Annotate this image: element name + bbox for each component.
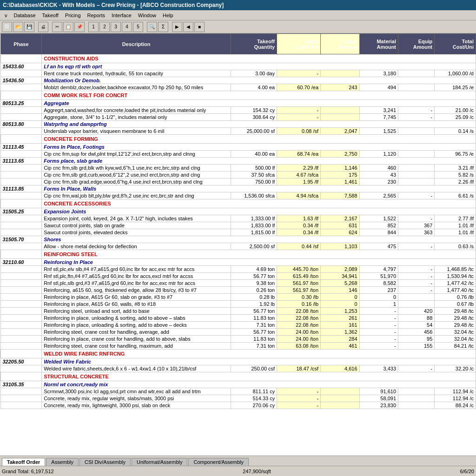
row-qty: 514.33 cy xyxy=(231,395,277,402)
row-qty: 750.00 lf xyxy=(231,178,277,185)
phase-cell xyxy=(0,250,42,259)
table-container[interactable]: Phase Description TakeoffQuantity LaborC… xyxy=(0,33,476,456)
table-row: 31113.85 Forms In Place, Walls xyxy=(0,185,476,192)
menu-pricing[interactable]: Pricing xyxy=(62,12,84,19)
tb-new[interactable]: ⬜ xyxy=(2,22,12,32)
row-description: Reinforcing, a615 60, sog, thickened edg… xyxy=(42,287,231,294)
category-label: Watrprfng and dampprfng xyxy=(42,121,476,128)
row-equip: - xyxy=(398,107,435,114)
col-description: Description xyxy=(42,34,231,54)
tb-a2[interactable]: ◀ xyxy=(183,22,193,32)
phase-cell xyxy=(0,128,42,135)
row-labor-amount: 146 xyxy=(321,287,359,294)
row-description: Concrete, ready mix, regular weight, sla… xyxy=(42,395,231,402)
row-total: 112.94 /c xyxy=(435,388,476,395)
menu-reports[interactable]: Reports xyxy=(85,12,108,19)
row-description: Reinforcing in place, unloading & sortin… xyxy=(42,315,231,322)
phase-cell xyxy=(0,199,42,208)
phase-number: 33105.35 xyxy=(0,381,42,388)
row-material: 7,745 xyxy=(359,114,398,121)
row-total: 0.67 /lb xyxy=(435,301,476,308)
row-labor-amount xyxy=(321,402,359,409)
row-labor-cost: - xyxy=(277,395,321,402)
category-label: Mobilization Or Demob. xyxy=(42,77,476,84)
tb-print[interactable]: 🖨 xyxy=(38,22,48,32)
phase-cell xyxy=(0,135,42,144)
table-row: Aggregate, stone, 3/4" to 1-1/2", includ… xyxy=(0,114,476,121)
row-total: 2.26 /lf xyxy=(435,178,476,185)
tab-takeoff-order[interactable]: Takeoff Order xyxy=(2,458,45,466)
tab-csi-div-assembly[interactable]: CSI Div/Assembly xyxy=(79,458,131,466)
tb-1[interactable]: 1 xyxy=(88,22,99,32)
menu-database[interactable]: Database xyxy=(11,12,39,19)
category-label: Expansion Joints xyxy=(42,208,476,215)
row-description: Rent crane truck mounted, hydraulic, 55 … xyxy=(42,70,231,77)
menu-v[interactable]: v xyxy=(2,12,10,19)
row-qty: 37.50 sfca xyxy=(231,172,277,178)
row-material: 475 xyxy=(359,243,398,250)
row-qty: 56.77 ton xyxy=(231,329,277,336)
row-labor-cost: 18.47 /csf xyxy=(277,365,321,372)
tb-a3[interactable]: ■ xyxy=(194,22,205,32)
table-row: Cip cnc frm,slb grd,curb,wood,6"12",2 us… xyxy=(0,172,476,178)
phase-cell xyxy=(0,70,42,77)
table-row: Reinforcing in place, crane cost for han… xyxy=(0,336,476,343)
row-equip xyxy=(398,172,435,178)
table-row: Aggregrt,sand,washed,for concrete,loaded… xyxy=(0,107,476,114)
row-description: Moblzt demblz,dozer,loader,backhoe excav… xyxy=(42,84,231,91)
phase-cell xyxy=(0,343,42,350)
row-labor-amount xyxy=(321,70,359,77)
tb-3[interactable]: 3 xyxy=(111,22,121,32)
tab-assembly[interactable]: Assembly xyxy=(46,458,79,466)
row-qty: 2,500.00 sf xyxy=(231,243,277,250)
row-equip: - xyxy=(398,365,435,372)
tb-copy[interactable]: 📋 xyxy=(63,22,73,32)
tb-sigma[interactable]: Σ xyxy=(158,22,168,32)
menu-bar: v Database Takeoff Pricing Reports Inter… xyxy=(0,10,476,20)
tb-zoom[interactable]: 🔍 xyxy=(147,22,157,32)
table-row: Scrmnwt,3000 psi,inc lcl agg,snd,prt cmn… xyxy=(0,388,476,395)
row-qty: 0.26 ton xyxy=(231,287,277,294)
tb-save[interactable]: 💾 xyxy=(24,22,34,32)
menu-takeoff[interactable]: Takeoff xyxy=(40,12,61,19)
tb-paste[interactable]: 📌 xyxy=(74,22,85,32)
tb-a1[interactable]: ▶ xyxy=(172,22,182,32)
category-label: Forms place, slab grade xyxy=(42,158,476,165)
row-labor-cost: 0.08 /sf xyxy=(277,128,321,135)
row-description: Cip cnc frm,slb grad,edge,wood,6"hg,4 us… xyxy=(42,178,231,185)
row-qty: 3.00 day xyxy=(231,70,277,77)
tb-cut[interactable]: ✂ xyxy=(52,22,62,32)
row-total: 1,477.42 /tc xyxy=(435,280,476,287)
row-description: Scrmnwt,3000 psi,inc lcl agg,snd,prt cmn… xyxy=(42,388,231,395)
tb-5[interactable]: 5 xyxy=(133,22,143,32)
table-row: Cip cnc frm,slb grad,edge,wood,6"hg,4 us… xyxy=(0,178,476,185)
grand-total: Grand Total: 6,197,512 xyxy=(2,469,54,474)
phase-cell xyxy=(0,336,42,343)
col-labor-cost: LaborCost/Unit xyxy=(277,34,321,54)
row-material: 852 xyxy=(359,222,398,229)
tab-uniformat-assembly[interactable]: Uniformat/Assembly xyxy=(132,458,187,466)
row-material: 230 xyxy=(359,178,398,185)
row-labor-cost: 0.30 /lb xyxy=(277,294,321,301)
row-labor-amount: 34,941 xyxy=(321,273,359,280)
table-row: 15436.50 Mobilization Or Demob. xyxy=(0,77,476,84)
menu-interface[interactable]: Interface xyxy=(109,12,134,19)
row-total: 1,477.40 /tc xyxy=(435,287,476,294)
table-row: Rnf stl,plc,elv slb,#4 #7,a615,grd 60,in… xyxy=(0,266,476,273)
table-row: 31505.70 Shores xyxy=(0,236,476,243)
tb-4[interactable]: 4 xyxy=(122,22,132,32)
tabs-bar: Takeoff OrderAssemblyCSI Div/AssemblyUni… xyxy=(0,456,476,466)
row-qty: 250.00 csf xyxy=(231,365,277,372)
menu-window[interactable]: Window xyxy=(135,12,159,19)
row-labor-cost: 22.08 /ton xyxy=(277,322,321,329)
tab-component-assembly[interactable]: Component/Assembly xyxy=(188,458,249,466)
menu-help[interactable]: Help xyxy=(160,12,176,19)
tb-2[interactable]: 2 xyxy=(99,22,110,32)
tb-open[interactable]: 📂 xyxy=(13,22,23,32)
row-labor-amount: 2,167 xyxy=(321,215,359,222)
row-description: Reinforcing in place, unloading & sortin… xyxy=(42,322,231,329)
row-total: 3.21 /lf xyxy=(435,165,476,172)
table-row: 31505.25 Expansion Joints xyxy=(0,208,476,215)
row-material: 43 xyxy=(359,172,398,178)
row-equip xyxy=(398,128,435,135)
